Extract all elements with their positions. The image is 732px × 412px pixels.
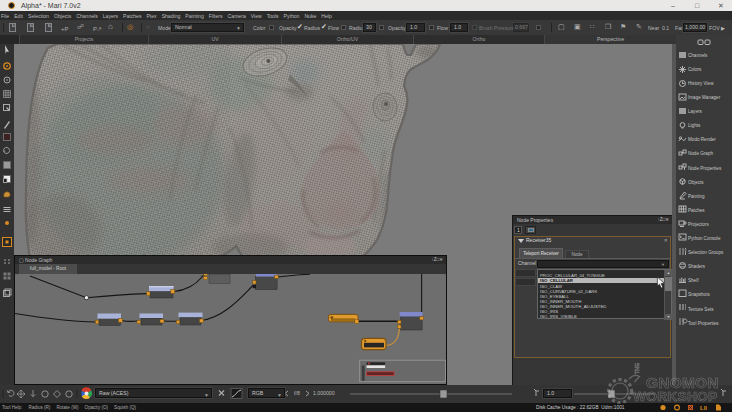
svg-text:LII: LII xyxy=(700,405,707,411)
